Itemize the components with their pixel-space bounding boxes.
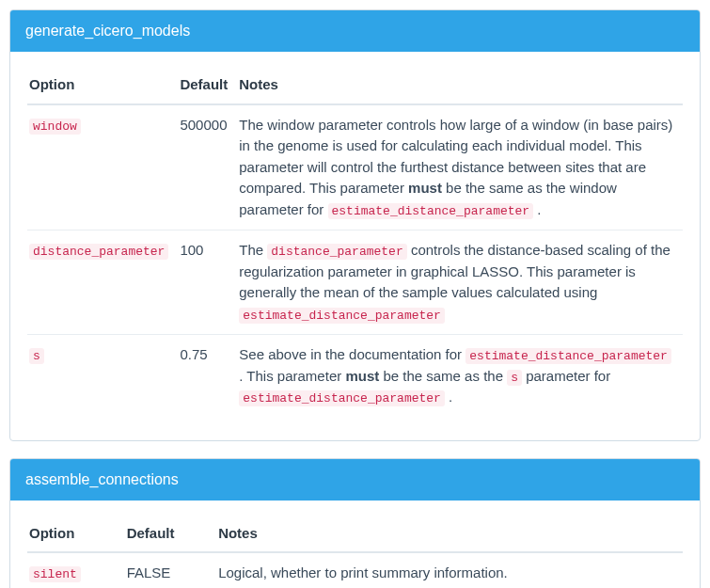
default-cell: 500000 [178,104,237,230]
default-cell: 100 [178,230,237,335]
notes-cell: The distance_parameter controls the dist… [237,230,683,335]
table-row: window500000The window parameter control… [27,104,683,230]
column-header-notes: Notes [216,517,683,553]
inline-code: distance_parameter [267,244,406,260]
table-row: distance_parameter100The distance_parame… [27,230,683,335]
column-header-option: Option [27,517,125,553]
options-table: OptionDefaultNoteswindow500000The window… [27,69,683,418]
strong-text: must [408,180,442,196]
doc-panel: assemble_connectionsOptionDefaultNotessi… [9,458,701,589]
notes-cell: The window parameter controls how large … [237,104,683,230]
inline-code: estimate_distance_parameter [328,203,534,219]
inline-code: estimate_distance_parameter [239,390,445,406]
table-row: silentFALSELogical, whether to print sum… [27,552,683,588]
notes-cell: Logical, whether to print summary inform… [216,552,683,588]
option-cell: distance_parameter [27,230,178,335]
inline-code: estimate_distance_parameter [239,308,445,324]
option-code: window [29,119,81,135]
column-header-default: Default [178,69,237,104]
column-header-notes: Notes [237,69,683,104]
option-code: distance_parameter [29,244,168,260]
option-cell: window [27,104,178,230]
option-cell: s [27,335,178,418]
column-header-default: Default [125,517,216,553]
option-code: s [29,348,44,364]
inline-code: estimate_distance_parameter [465,348,671,364]
panel-title: assemble_connections [10,459,700,501]
option-cell: silent [27,552,125,588]
inline-code: s [507,370,522,386]
doc-panel: generate_cicero_modelsOptionDefaultNotes… [9,9,701,441]
table-row: s0.75See above in the documentation for … [27,335,683,418]
default-cell: 0.75 [178,335,237,418]
default-cell: FALSE [125,552,216,588]
strong-text: must [345,368,379,384]
panel-body: OptionDefaultNoteswindow500000The window… [10,52,700,440]
notes-cell: See above in the documentation for estim… [237,335,683,418]
panel-title: generate_cicero_models [10,10,700,52]
panel-body: OptionDefaultNotessilentFALSELogical, wh… [10,501,700,589]
options-table: OptionDefaultNotessilentFALSELogical, wh… [27,517,683,589]
column-header-option: Option [27,69,178,104]
option-code: silent [29,566,81,582]
